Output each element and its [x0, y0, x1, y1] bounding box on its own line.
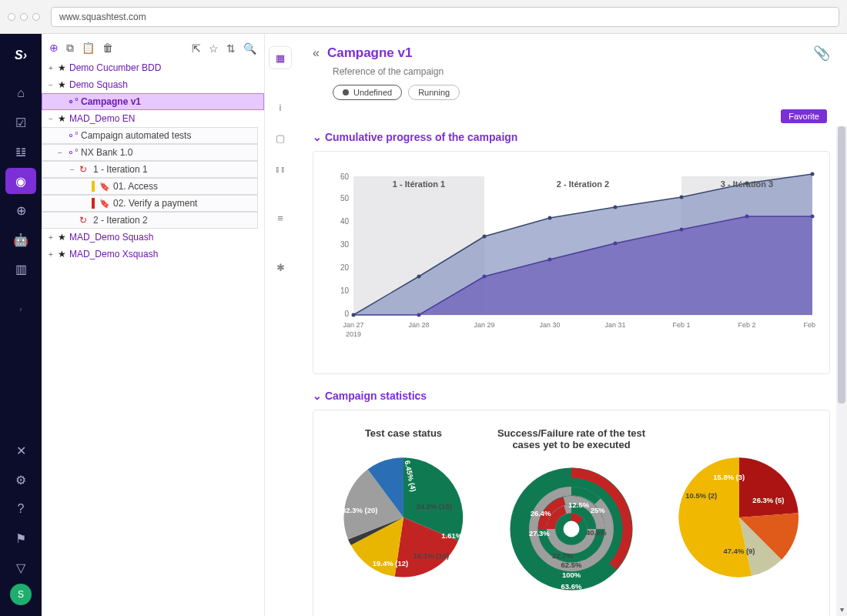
- scroll-down-icon[interactable]: ▾: [836, 605, 847, 616]
- rail-flag-icon[interactable]: ⚑: [5, 525, 36, 551]
- rail-expand-icon[interactable]: ›: [19, 305, 22, 313]
- rail-filter-icon[interactable]: ▽: [5, 554, 36, 581]
- copy-icon[interactable]: ⧉: [66, 42, 74, 55]
- svg-point-15: [483, 275, 487, 279]
- back-icon[interactable]: «: [313, 46, 320, 60]
- section-progress-title[interactable]: Cumulative progress of the campaign: [313, 131, 830, 143]
- rail-campaigns-icon[interactable]: ◉: [5, 168, 36, 194]
- tree-project[interactable]: +★MAD_Demo Squash: [42, 229, 264, 246]
- tree-iteration[interactable]: ↻2 - Iteration 2: [42, 212, 258, 229]
- rail-automation-icon[interactable]: 🤖: [5, 226, 36, 253]
- pie-yet-title: [661, 427, 817, 439]
- chart-icon[interactable]: ⫾⫾: [269, 157, 292, 180]
- svg-text:3 - Itération 3: 3 - Itération 3: [721, 179, 773, 189]
- paste-icon[interactable]: 📋: [82, 42, 95, 55]
- svg-point-18: [680, 228, 684, 232]
- svg-point-10: [614, 206, 618, 209]
- tree-project[interactable]: −★Demo Squash: [42, 76, 264, 93]
- tree-iteration[interactable]: −↻1 - Iteration 1: [42, 161, 258, 178]
- attachment-icon[interactable]: 📎: [813, 45, 830, 62]
- svg-point-52: [564, 521, 580, 537]
- pie-yet: 26.3% (5) 15.8% (3) 10.5% (2) 47.4% (9): [666, 448, 812, 587]
- tree-project[interactable]: +★MAD_Demo Xsquash: [42, 246, 264, 263]
- list-icon[interactable]: ≡: [269, 206, 292, 229]
- add-icon[interactable]: ⊕: [49, 42, 59, 55]
- svg-text:20: 20: [340, 263, 350, 272]
- rail-reports-icon[interactable]: ▥: [5, 256, 36, 282]
- dashboard-view-icon[interactable]: ▦: [269, 46, 292, 69]
- status-chip-running[interactable]: Running: [408, 85, 460, 100]
- svg-text:Jan 30: Jan 30: [539, 321, 560, 329]
- svg-text:2 - Itération 2: 2 - Itération 2: [557, 179, 609, 189]
- status-chip-undefined[interactable]: Undefined: [333, 85, 402, 100]
- svg-text:100%: 100%: [562, 571, 581, 579]
- svg-text:12.5%: 12.5%: [568, 500, 589, 509]
- favorite-icon[interactable]: ☆: [209, 42, 219, 55]
- search-icon[interactable]: 🔍: [243, 42, 256, 55]
- favorite-button[interactable]: Favorite: [781, 109, 827, 123]
- svg-point-6: [352, 313, 356, 317]
- svg-text:26.4%: 26.4%: [531, 509, 551, 517]
- calendar-icon[interactable]: ▢: [269, 126, 292, 149]
- tree-campaign[interactable]: −⚬°NX Bank 1.0: [42, 144, 258, 161]
- info-icon[interactable]: i: [269, 95, 292, 119]
- svg-text:Jan 29: Jan 29: [474, 321, 494, 329]
- tree-project[interactable]: +★Demo Cucumber BDD: [42, 59, 264, 76]
- rail-tools-icon[interactable]: ✕: [5, 437, 36, 464]
- user-avatar[interactable]: S: [10, 584, 32, 605]
- svg-text:62.5%: 62.5%: [561, 561, 582, 569]
- tree-suite[interactable]: 🔖02. Verify a payment: [42, 195, 258, 212]
- svg-text:27.3%: 27.3%: [529, 529, 550, 537]
- svg-point-20: [811, 215, 815, 219]
- tree-campaign-selected[interactable]: ⚬°Campagne v1: [42, 93, 264, 110]
- browser-chrome: www.squashtest.com: [0, 0, 847, 34]
- tree-project[interactable]: −★MAD_Demo EN: [42, 110, 264, 127]
- url-bar[interactable]: www.squashtest.com: [51, 7, 839, 27]
- page-title: Campagne v1: [327, 45, 413, 61]
- svg-text:19.4% (12): 19.4% (12): [373, 559, 408, 567]
- sort-icon[interactable]: ⇅: [226, 42, 236, 55]
- tree-suite[interactable]: 🔖01. Access: [42, 178, 258, 195]
- svg-text:24.2% (15): 24.2% (15): [417, 502, 452, 511]
- scrollbar-thumb[interactable]: [838, 126, 845, 403]
- nav-rail: S› ⌂ ☑ 𝌭 ◉ ⊕ 🤖 ▥ › ✕ ⚙ ? ⚑ ▽ S: [0, 34, 42, 616]
- svg-text:16.1% (10): 16.1% (10): [413, 551, 449, 560]
- svg-text:Feb 1: Feb 1: [672, 321, 690, 329]
- scrollbar[interactable]: ▾: [836, 126, 847, 616]
- app-logo: S›: [7, 42, 35, 69]
- area-chart: 0102030405060 Jan 272019 Jan 28Jan 29Jan…: [323, 162, 820, 363]
- rail-home-icon[interactable]: ⌂: [5, 80, 36, 106]
- svg-point-17: [614, 242, 618, 246]
- svg-text:40.9%: 40.9%: [586, 528, 607, 537]
- svg-point-13: [811, 172, 815, 176]
- rail-settings-icon[interactable]: ⚙: [5, 467, 36, 493]
- section-stats-title[interactable]: Campaign statistics: [313, 390, 830, 402]
- window-controls[interactable]: [8, 13, 40, 21]
- svg-text:10.5% (2): 10.5% (2): [685, 491, 717, 500]
- svg-text:32.3% (20): 32.3% (20): [342, 506, 377, 514]
- delete-icon[interactable]: 🗑: [102, 42, 113, 55]
- export-icon[interactable]: ⇱: [192, 42, 201, 55]
- rail-requirements-icon[interactable]: ☑: [5, 109, 36, 136]
- svg-text:Jan 31: Jan 31: [604, 321, 625, 329]
- svg-point-19: [745, 215, 749, 219]
- progress-chart-card: 0102030405060 Jan 272019 Jan 28Jan 29Jan…: [313, 151, 830, 374]
- stats-card: Test case status 32.3% (20): [313, 410, 830, 616]
- svg-text:50: 50: [340, 194, 350, 203]
- svg-text:40: 40: [340, 217, 350, 226]
- rail-help-icon[interactable]: ?: [5, 496, 36, 522]
- svg-text:2019: 2019: [346, 330, 361, 338]
- pie-status: 32.3% (20) 19.4% (12) 16.1% (10) 1.61% 2…: [330, 448, 477, 587]
- svg-text:30: 30: [340, 240, 350, 249]
- tree-toolbar: ⊕ ⧉ 📋 🗑 ⇱ ☆ ⇅ 🔍: [42, 40, 264, 59]
- bug-icon[interactable]: ✱: [269, 256, 292, 279]
- svg-text:26.3% (5): 26.3% (5): [752, 496, 784, 504]
- tree-campaign[interactable]: ⚬°Campaign automated tests: [42, 127, 258, 144]
- rail-dashboards-icon[interactable]: ⊕: [5, 197, 36, 223]
- svg-point-8: [483, 235, 487, 239]
- rings-title: Success/Failure rate of the test cases y…: [494, 427, 649, 450]
- entity-toolbar: ▦ i ▢ ⫾⫾ ≡ ✱: [265, 34, 296, 616]
- svg-text:10: 10: [340, 286, 350, 295]
- rail-testcases-icon[interactable]: 𝌭: [5, 139, 36, 165]
- svg-text:0: 0: [344, 310, 349, 318]
